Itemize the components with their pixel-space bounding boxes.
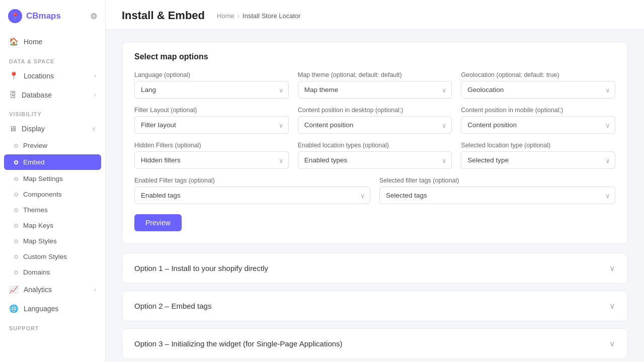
sidebar: 📍 CBmaps ⚙ 🏠 Home DATA & SPACE 📍 Locatio… — [0, 0, 106, 362]
chevron-down-icon: ∨ — [609, 263, 615, 273]
filter-layout-select[interactable]: Filter layout — [134, 116, 289, 134]
sidebar-item-locations[interactable]: 📍 Locations › — [0, 66, 105, 85]
breadcrumb-separator: › — [237, 12, 239, 20]
form-group-content-pos-desktop: Content position in desktop (optional;) … — [298, 107, 452, 134]
map-theme-label: Map theme (optional; default: default) — [298, 71, 452, 78]
sidebar-item-domains[interactable]: Domains — [0, 264, 105, 280]
map-theme-select[interactable]: Map theme — [298, 81, 452, 99]
app-name: CBmaps — [26, 11, 61, 21]
sidebar-item-label: Analytics — [24, 286, 52, 294]
enabled-filter-tags-select[interactable]: Enabled tags — [134, 187, 370, 204]
enabled-filter-tags-label: Enabled Filter tags (optional) — [134, 177, 370, 184]
content-pos-mobile-select-wrapper: Content position ∨ — [461, 116, 615, 134]
sub-nav-label: Components — [23, 191, 62, 198]
selected-filter-tags-select-wrapper: Selected tags ∨ — [379, 187, 615, 204]
language-select[interactable]: Lang — [134, 81, 289, 99]
sidebar-item-map-settings[interactable]: Map Settings — [0, 171, 105, 187]
main-body: Select map options Language (optional) L… — [106, 30, 644, 362]
form-group-selected-filter-tags: Selected filter tags (optional) Selected… — [379, 177, 615, 204]
nav-dot — [14, 144, 18, 148]
preview-button[interactable]: Preview — [134, 214, 182, 231]
nav-dot — [14, 160, 18, 164]
page-title: Install & Embed — [122, 9, 205, 22]
form-group-map-theme: Map theme (optional; default: default) M… — [298, 71, 452, 99]
accordion-header-option2[interactable]: Option 2 – Embed tags ∨ — [122, 291, 627, 321]
display-icon: 🖥 — [9, 124, 17, 133]
form-row-3: Hidden Filters (optional) Hidden filters… — [134, 142, 615, 169]
sidebar-item-label: Display — [22, 125, 45, 133]
sidebar-item-map-styles[interactable]: Map Styles — [0, 233, 105, 249]
card-title: Select map options — [122, 42, 627, 71]
sub-nav-label: Preview — [23, 142, 47, 149]
content-pos-desktop-label: Content position in desktop (optional;) — [298, 107, 452, 114]
sidebar-item-languages[interactable]: 🌐 Languages — [0, 299, 105, 318]
nav-dot — [14, 224, 18, 228]
sidebar-item-home[interactable]: 🏠 Home — [0, 32, 105, 51]
sidebar-item-embed[interactable]: Embed — [4, 154, 101, 170]
chevron-right-icon: › — [94, 286, 96, 293]
content-pos-mobile-label: Content position in mobile (optional;) — [461, 107, 615, 114]
content-pos-desktop-select[interactable]: Content position — [298, 116, 452, 134]
content-pos-mobile-select[interactable]: Content position — [461, 116, 615, 134]
nav-dot — [14, 208, 18, 212]
filter-layout-select-wrapper: Filter layout ∨ — [134, 116, 289, 134]
section-label-visibility: VISIBILITY — [0, 104, 105, 119]
page-header: Install & Embed Home › Install Store Loc… — [106, 0, 644, 30]
sidebar-item-display[interactable]: 🖥 Display ∨ — [0, 119, 105, 138]
selected-location-type-select[interactable]: Selected type — [461, 151, 615, 169]
hidden-filters-label: Hidden Filters (optional) — [134, 142, 289, 149]
breadcrumb: Home › Install Store Locator — [217, 12, 301, 20]
nav-dot — [14, 177, 18, 181]
selected-location-type-label: Selected location type (optional) — [461, 142, 615, 149]
geolocation-select[interactable]: Geolocation — [461, 81, 615, 99]
sub-nav-label: Themes — [23, 206, 48, 214]
form-group-enabled-filter-tags: Enabled Filter tags (optional) Enabled t… — [134, 177, 370, 204]
sidebar-item-preview[interactable]: Preview — [0, 138, 105, 153]
breadcrumb-home[interactable]: Home — [217, 12, 234, 20]
section-label-support: SUPPORT — [0, 318, 105, 333]
analytics-icon: 📈 — [9, 285, 19, 294]
form-group-filter-layout: Filter Layout (optional) Filter layout ∨ — [134, 107, 289, 134]
chevron-right-icon: › — [94, 72, 96, 79]
sub-nav-label: Domains — [23, 268, 50, 276]
enabled-location-types-select[interactable]: Enabled types — [298, 151, 452, 169]
form-group-language: Language (optional) Lang ∨ — [134, 71, 289, 99]
logo-icon: 📍 — [8, 9, 22, 23]
settings-icon[interactable]: ⚙ — [90, 12, 97, 21]
nav-dot — [14, 193, 18, 197]
accordion-header-option3[interactable]: Option 3 – Initializing the widget (for … — [122, 329, 627, 358]
nav-dot — [14, 239, 18, 243]
form-group-geolocation: Geolocation (optional; default: true) Ge… — [461, 71, 615, 99]
display-subnav: Preview Embed Map Settings Components Th… — [0, 138, 105, 280]
geolocation-label: Geolocation (optional; default: true) — [461, 71, 615, 78]
accordion-header-option1[interactable]: Option 1 – Install to your shopify direc… — [122, 253, 627, 283]
sidebar-item-label: Home — [24, 38, 42, 46]
database-icon: 🗄 — [9, 90, 17, 99]
enabled-location-types-label: Enabled location types (optional) — [298, 142, 452, 149]
sidebar-item-components[interactable]: Components — [0, 187, 105, 202]
app-logo[interactable]: 📍 CBmaps ⚙ — [0, 0, 105, 32]
chevron-right-icon: › — [94, 92, 96, 99]
language-select-wrapper: Lang ∨ — [134, 81, 289, 99]
sidebar-item-custom-styles[interactable]: Custom Styles — [0, 249, 105, 264]
breadcrumb-current: Install Store Locator — [243, 12, 301, 20]
sub-nav-label: Embed — [23, 158, 45, 166]
language-label: Language (optional) — [134, 71, 289, 78]
accordion-label-option2: Option 2 – Embed tags — [134, 302, 211, 310]
sub-nav-label: Custom Styles — [23, 253, 67, 260]
sidebar-item-map-keys[interactable]: Map Keys — [0, 218, 105, 233]
hidden-filters-select[interactable]: Hidden filters — [134, 151, 289, 169]
sub-nav-label: Map Styles — [23, 237, 57, 245]
sidebar-item-label: Database — [22, 91, 52, 99]
location-icon: 📍 — [9, 71, 19, 80]
accordion-option3: Option 3 – Initializing the widget (for … — [122, 328, 628, 359]
sidebar-item-themes[interactable]: Themes — [0, 202, 105, 218]
form-row-2: Filter Layout (optional) Filter layout ∨… — [134, 107, 615, 134]
chevron-down-icon: ∨ — [609, 339, 615, 348]
selected-filter-tags-select[interactable]: Selected tags — [379, 187, 615, 204]
filter-layout-label: Filter Layout (optional) — [134, 107, 289, 114]
sidebar-item-database[interactable]: 🗄 Database › — [0, 85, 105, 104]
sidebar-item-analytics[interactable]: 📈 Analytics › — [0, 280, 105, 299]
accordion-label-option1: Option 1 – Install to your shopify direc… — [134, 264, 268, 273]
geolocation-select-wrapper: Geolocation ∨ — [461, 81, 615, 99]
